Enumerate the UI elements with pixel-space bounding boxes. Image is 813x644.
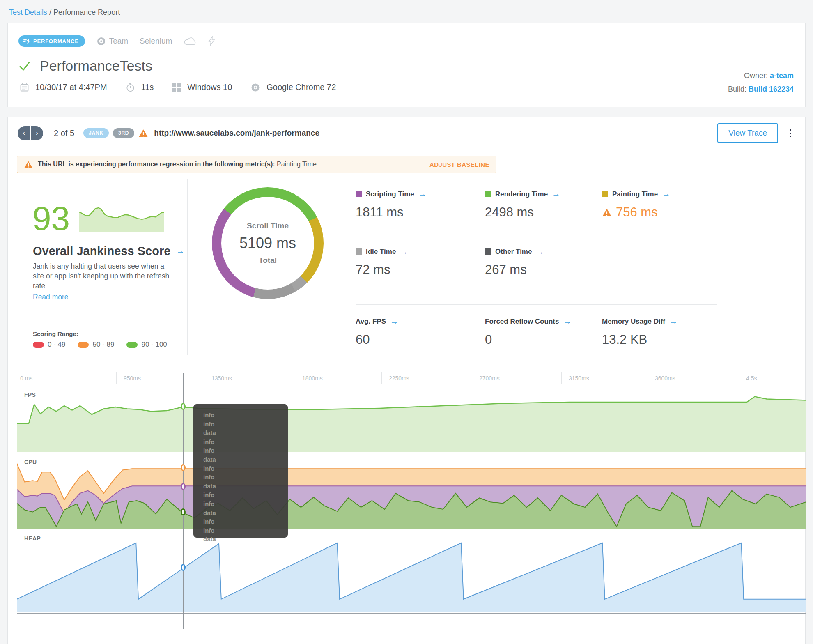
avg-fps-detail-arrow[interactable]: → [390,317,398,326]
forced-reflow-value: 0 [485,332,608,347]
breadcrumb-test-details-link[interactable]: Test Details [9,8,47,16]
test-title: PerformanceTests [40,58,152,74]
painting-detail-arrow[interactable]: → [662,189,670,199]
cloud-icon [184,37,197,46]
time-tick-separator [472,372,472,384]
playhead-marker-cpu-total[interactable] [181,464,186,471]
read-more-link[interactable]: Read more. [33,293,70,301]
more-options-kebab[interactable]: ⋮ [785,127,795,139]
tooltip-line: data [203,482,288,491]
cpu-chart[interactable] [17,462,806,529]
other-detail-arrow[interactable]: → [536,247,544,256]
breadcrumb: Test Details / Performance Report [9,8,120,17]
playhead-marker-cpu-scripting[interactable] [181,483,186,490]
metric-painting-time: Painting Time→ 756 ms [602,189,725,220]
idle-value: 72 ms [356,262,479,277]
adjust-baseline-button[interactable]: ADJUST BASELINE [429,161,489,168]
url-nav-row: ‹ › 2 of 5 JANK 3RD http://www.saucelabs… [18,124,795,143]
tooltip-line: info [203,499,288,508]
tooltip-line: data [203,455,288,464]
time-tick: 950ms [124,375,141,382]
build-link[interactable]: Build 162234 [749,85,794,93]
scroll-time-donut-chart: Scroll Time 5109 ms Total [212,187,324,299]
owner-build-block: Owner: a-team Build: Build 162234 [728,69,794,96]
team-tag: Team [96,37,128,46]
owner-link[interactable]: a-team [770,71,794,80]
time-tick-separator [295,372,295,384]
metrics-divider [356,304,717,305]
heap-chart[interactable] [17,539,806,614]
other-swatch [485,248,491,255]
bolt-outline-icon [208,36,215,46]
range-low-swatch [33,342,44,348]
metric-scripting-time: Scripting Time→ 1811 ms [356,189,479,220]
chrome-icon [251,83,260,92]
view-trace-button[interactable]: View Trace [717,123,778,143]
timeline-tooltip: infoinfodatainfoinfodatainfoinfodatainfo… [193,404,288,538]
donut-center: Scroll Time 5109 ms Total [221,197,314,290]
tooltip-line: data [203,535,288,544]
playhead-marker-heap[interactable] [181,564,186,571]
donut-subtitle: Total [259,256,277,265]
range-high-swatch [126,342,138,348]
tooltip-line: info [203,446,288,455]
painting-value: 756 ms [602,205,725,220]
prev-url-button[interactable]: ‹ [18,126,30,140]
owner-label: Owner: [744,71,770,80]
windows-icon [172,83,181,92]
performance-bolt-icon [23,39,30,44]
visibility-icon [96,37,106,46]
breadcrumb-current: Performance Report [53,8,120,16]
time-tick: 3150ms [569,375,589,382]
scripting-detail-arrow[interactable]: → [418,189,427,199]
time-tick-separator [204,372,204,384]
forced-reflow-detail-arrow[interactable]: → [563,317,571,326]
test-meta-row: 10/30/17 at 4:47PM 11s Windows 10 Google… [20,83,336,92]
tooltip-line: info [203,517,288,526]
breadcrumb-separator: / [47,8,53,16]
metric-idle-time: Idle Time→ 72 ms [356,247,479,277]
fps-chart[interactable] [17,392,806,454]
metric-rendering-time: Rendering Time→ 2498 ms [485,189,608,220]
time-tick-separator [561,372,562,384]
time-tick: 1350ms [211,375,232,382]
third-party-tag: 3RD [113,128,134,138]
jank-tag: JANK [83,128,109,138]
url-warning-icon [138,129,148,138]
time-tick: 4.5s [746,375,757,382]
time-tick: 1800ms [302,375,323,382]
memory-diff-detail-arrow[interactable]: → [669,317,678,326]
score-divider [33,324,171,324]
idle-detail-arrow[interactable]: → [400,247,408,256]
performance-timeline: 0 ms950ms1350ms1800ms2250ms2700ms3150ms3… [17,372,806,639]
jankiness-detail-arrow[interactable]: → [176,246,184,256]
performance-badge: PERFORMANCE [18,35,85,47]
playhead-marker-cpu-rendering[interactable] [181,508,186,515]
metric-other-time: Other Time→ 267 ms [485,247,608,277]
rendering-detail-arrow[interactable]: → [552,189,560,199]
passed-check-icon [18,60,31,72]
tooltip-line: info [203,420,288,429]
time-tick: 3600ms [655,375,675,382]
performance-report-card: ‹ › 2 of 5 JANK 3RD http://www.saucelabs… [7,117,806,644]
metric-avg-fps: Avg. FPS→ 60 [356,317,479,347]
time-tick-separator [648,372,648,384]
metric-memory-usage-diff: Memory Usage Diff→ 13.2 KB [602,317,725,347]
tooltip-line: info [203,411,288,420]
tooltip-line: info [203,437,288,446]
test-header-card: PERFORMANCE Team Selenium PerformanceTes… [7,23,806,107]
build-label: Build: [728,85,749,93]
test-os: Windows 10 [187,83,232,92]
range-low: 0 - 49 [33,340,65,349]
metric-forced-reflow: Forced Reflow Counts→ 0 [485,317,608,347]
avg-fps-value: 60 [356,332,479,347]
playhead-marker-fps[interactable] [181,403,186,410]
range-mid-swatch [78,342,89,348]
scripting-value: 1811 ms [356,205,479,220]
timeline-playhead[interactable] [183,373,184,629]
donut-title: Scroll Time [247,221,289,230]
test-browser: Google Chrome 72 [266,83,336,92]
badge-row: PERFORMANCE Team Selenium [18,35,215,47]
next-url-button[interactable]: › [31,126,43,140]
painting-swatch [602,191,608,197]
